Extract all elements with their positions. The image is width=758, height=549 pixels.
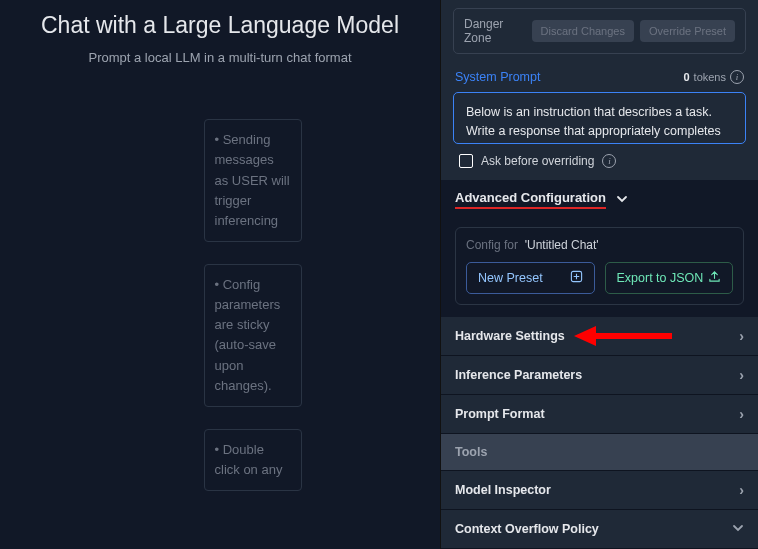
model-inspector-row[interactable]: Model Inspector ›: [441, 471, 758, 510]
prompt-format-row[interactable]: Prompt Format ›: [441, 395, 758, 434]
chevron-right-icon: ›: [739, 328, 744, 344]
advanced-label: Advanced Configuration: [455, 190, 606, 209]
row-label: Prompt Format: [455, 407, 545, 421]
hint-card: • Double click on any: [204, 429, 302, 491]
danger-zone-label: Danger Zone: [464, 17, 526, 45]
chevron-down-icon: [732, 521, 744, 537]
page-subtitle: Prompt a local LLM in a multi-turn chat …: [89, 49, 352, 67]
row-label: Inference Parameters: [455, 368, 582, 382]
row-label: Hardware Settings: [455, 329, 565, 343]
config-box: Config for 'Untitled Chat' New Preset Ex…: [455, 227, 744, 305]
system-prompt-header: System Prompt 0 tokens i: [441, 70, 758, 84]
tools-row[interactable]: Tools: [441, 434, 758, 471]
token-count: 0 tokens i: [683, 70, 744, 84]
config-for-label: Config for 'Untitled Chat': [466, 238, 733, 252]
hint-card: • Sending messages as USER will trigger …: [204, 119, 302, 242]
export-json-button[interactable]: Export to JSON: [605, 262, 734, 294]
ask-label: Ask before overriding: [481, 154, 594, 168]
left-panel: Chat with a Large Language Model Prompt …: [0, 0, 440, 549]
chevron-right-icon: ›: [739, 482, 744, 498]
page-title: Chat with a Large Language Model: [41, 10, 399, 41]
info-icon[interactable]: i: [602, 154, 616, 168]
advanced-section: Advanced Configuration Config for 'Untit…: [441, 180, 758, 317]
info-icon[interactable]: i: [730, 70, 744, 84]
hardware-settings-row[interactable]: Hardware Settings ›: [441, 317, 758, 356]
row-label: Model Inspector: [455, 483, 551, 497]
hints-column: • Sending messages as USER will trigger …: [20, 119, 420, 491]
discard-changes-button[interactable]: Discard Changes: [532, 20, 634, 42]
ask-before-overriding-row: Ask before overriding i: [441, 144, 758, 180]
hint-card: • Config parameters are sticky (auto-sav…: [204, 264, 302, 407]
new-preset-icon: [570, 270, 583, 286]
advanced-header[interactable]: Advanced Configuration: [455, 190, 744, 209]
inference-parameters-row[interactable]: Inference Parameters ›: [441, 356, 758, 395]
chevron-right-icon: ›: [739, 406, 744, 422]
new-preset-button[interactable]: New Preset: [466, 262, 595, 294]
chevron-right-icon: ›: [739, 367, 744, 383]
override-preset-button[interactable]: Override Preset: [640, 20, 735, 42]
row-label: Tools: [455, 445, 487, 459]
ask-checkbox[interactable]: [459, 154, 473, 168]
export-icon: [708, 270, 721, 286]
system-prompt-input[interactable]: [453, 92, 746, 144]
svg-marker-2: [574, 326, 596, 346]
row-label: Context Overflow Policy: [455, 522, 599, 536]
red-arrow-annotation: [574, 318, 674, 354]
right-panel: Danger Zone Discard Changes Override Pre…: [440, 0, 758, 549]
system-prompt-label: System Prompt: [455, 70, 540, 84]
chevron-down-icon: [616, 191, 628, 209]
context-overflow-row[interactable]: Context Overflow Policy: [441, 510, 758, 549]
danger-zone-row: Danger Zone Discard Changes Override Pre…: [453, 8, 746, 54]
